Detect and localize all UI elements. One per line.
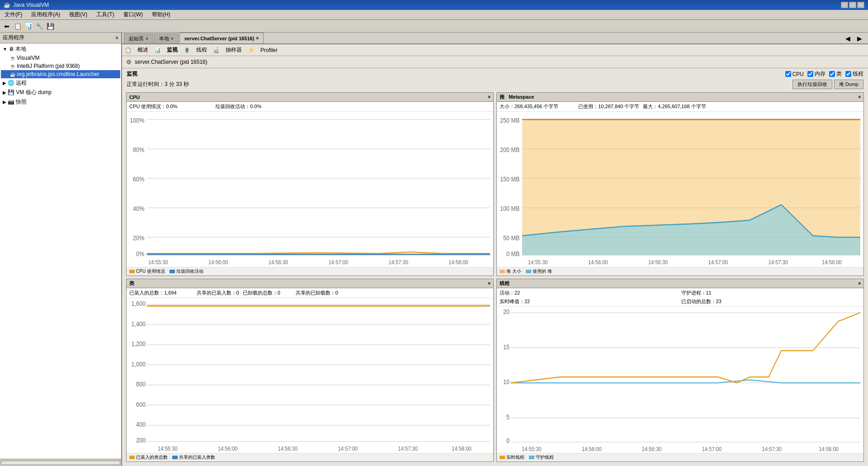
sub-tab-bar: 📋 概述 📊 监视 🧵 线程 🔬 抽样器 ⚡ Profiler bbox=[122, 44, 868, 56]
toolbar-btn-1[interactable]: ⬅ bbox=[2, 21, 12, 31]
cpu-chart-svg: 100% 80% 60% 40% 20% 0% bbox=[127, 112, 493, 267]
svg-text:1,600: 1,600 bbox=[132, 299, 146, 307]
menu-tools[interactable]: 工具(T) bbox=[94, 10, 117, 19]
tree-item-intellij[interactable]: ☕ IntelliJ Platform (pid 9368) bbox=[1, 62, 120, 70]
svg-text:14:55:30: 14:55:30 bbox=[522, 445, 542, 452]
menu-app[interactable]: 应用程序(A) bbox=[28, 10, 63, 19]
sub-tab-icon-threads: 🧵 bbox=[184, 47, 190, 53]
svg-text:14:56:00: 14:56:00 bbox=[218, 445, 238, 452]
tab-nav-right[interactable]: ▶ bbox=[854, 33, 864, 43]
sub-tab-monitor[interactable]: 监视 bbox=[162, 45, 183, 55]
classes-chart-legend: 已装入的类总数 共享的已装入类数 bbox=[127, 453, 493, 461]
threads-active-legend-color bbox=[500, 456, 505, 459]
title-bar: ☕ Java VisualVM – □ × bbox=[0, 0, 868, 10]
svg-text:250 MB: 250 MB bbox=[500, 116, 519, 124]
memory-checkbox[interactable] bbox=[807, 71, 813, 77]
threads-daemon-legend-item: 守护线程 bbox=[529, 454, 554, 461]
tree-item-launcher[interactable]: ☕ org.jetbrains.jps.cmdline.Launcher bbox=[1, 70, 120, 78]
tree-folder-icon: ▶ bbox=[3, 90, 6, 95]
menu-view[interactable]: 视图(V) bbox=[66, 10, 90, 19]
svg-text:0%: 0% bbox=[136, 249, 144, 257]
svg-text:14:57:30: 14:57:30 bbox=[398, 445, 418, 452]
tab-bar: 起始页 × 本地 × server.ChatServer (pid 16516)… bbox=[122, 33, 868, 44]
classes-shared-legend-color bbox=[172, 456, 178, 459]
tree-item-remote[interactable]: ▶ 🌐 远程 bbox=[1, 78, 120, 88]
monitoring-left: 监视 bbox=[127, 70, 137, 78]
svg-text:14:57:30: 14:57:30 bbox=[388, 259, 408, 266]
svg-text:60%: 60% bbox=[133, 175, 144, 183]
toolbar-btn-3[interactable]: 📊 bbox=[24, 21, 33, 31]
maximize-button[interactable]: □ bbox=[849, 2, 856, 8]
class-checkbox-label: 类 bbox=[836, 70, 842, 78]
threads-chart-close[interactable]: × bbox=[858, 281, 861, 286]
tree-item-coredump[interactable]: ▶ 💾 VM 核心 dump bbox=[1, 88, 120, 97]
thread-checkbox[interactable] bbox=[845, 71, 851, 77]
sub-tab-threads[interactable]: 线程 bbox=[191, 45, 212, 55]
classes-chart-close[interactable]: × bbox=[488, 281, 491, 286]
svg-text:0 MB: 0 MB bbox=[506, 249, 519, 257]
heap-chart-close[interactable]: × bbox=[858, 95, 861, 100]
tree-item-local-folder[interactable]: ▼ 🖥 本地 bbox=[1, 44, 120, 54]
classes-chart-stats: 已装入的总数：1,694 共享的已装入数：0 已卸载的总数：0 共享的已卸载数：… bbox=[127, 288, 493, 298]
sub-tab-profiler[interactable]: Profiler bbox=[255, 46, 283, 55]
menu-file[interactable]: 文件(F) bbox=[2, 10, 25, 19]
class-checkbox[interactable] bbox=[829, 71, 835, 77]
gc-activity-stat: 垃圾回收活动：0.0% bbox=[215, 103, 261, 110]
process-name: server.ChatServer (pid 16516) bbox=[135, 59, 208, 65]
process-status-indicator bbox=[127, 60, 131, 64]
menu-help[interactable]: 帮助(H) bbox=[149, 10, 173, 19]
app-icon: ☕ bbox=[4, 2, 10, 8]
uptime-and-buttons: 正常运行时间：3 分 33 秒 执行垃圾回收 堆 Dump bbox=[122, 80, 868, 91]
tree-item-snapshot[interactable]: ▶ 📷 快照 bbox=[1, 97, 120, 107]
svg-text:15: 15 bbox=[503, 343, 509, 350]
svg-text:14:56:30: 14:56:30 bbox=[269, 259, 288, 266]
tree-item-label: VisualVM bbox=[17, 55, 39, 61]
cpu-chart-panel: CPU × CPU 使用情况：0.0% 垃圾回收活动：0.0% 100% 80% bbox=[126, 92, 494, 276]
svg-text:14:57:00: 14:57:00 bbox=[338, 445, 358, 452]
sub-tab-sampler[interactable]: 抽样器 bbox=[221, 45, 247, 55]
svg-text:800: 800 bbox=[136, 380, 146, 388]
heap-dump-button[interactable]: 堆 Dump bbox=[834, 80, 863, 89]
heap-chart-title: 推 Metaspace bbox=[500, 94, 534, 100]
tab-local-close[interactable]: × bbox=[171, 36, 174, 41]
threads-active-legend-label: 实时线程 bbox=[506, 454, 524, 461]
svg-text:14:56:30: 14:56:30 bbox=[642, 445, 662, 452]
scrollbar-track[interactable] bbox=[1, 461, 120, 465]
cpu-chart-close[interactable]: × bbox=[488, 95, 491, 100]
tab-nav-buttons: ◀ ▶ bbox=[843, 33, 866, 43]
heap-size-legend-item: 堆 大小 bbox=[500, 268, 521, 275]
main-layout: 应用程序 × ▼ 🖥 本地 ☕ VisualVM ☕ IntelliJ Plat… bbox=[0, 33, 868, 466]
class-checkbox-group: 类 bbox=[829, 70, 842, 78]
toolbar-btn-5[interactable]: 💾 bbox=[45, 21, 55, 31]
tab-nav-left[interactable]: ◀ bbox=[843, 33, 853, 43]
left-panel-content: ▼ 🖥 本地 ☕ VisualVM ☕ IntelliJ Platform (p… bbox=[0, 43, 121, 459]
close-button[interactable]: × bbox=[857, 2, 864, 8]
minimize-button[interactable]: – bbox=[841, 2, 848, 8]
svg-text:50 MB: 50 MB bbox=[503, 234, 519, 242]
left-scrollbar[interactable] bbox=[0, 459, 121, 466]
tab-server[interactable]: server.ChatServer (pid 16516) × bbox=[179, 33, 264, 43]
heap-size-stat: 大小：268,435,456 个字节 bbox=[500, 103, 558, 110]
action-buttons: 执行垃圾回收 堆 Dump bbox=[793, 80, 863, 89]
tree-item-visualvm[interactable]: ☕ VisualVM bbox=[1, 54, 120, 62]
left-panel-close[interactable]: × bbox=[115, 35, 118, 41]
tab-local[interactable]: 本地 × bbox=[154, 33, 179, 43]
heap-used-legend-item: 使用的 堆 bbox=[526, 268, 552, 275]
tab-start-close[interactable]: × bbox=[146, 36, 148, 41]
memory-checkbox-label: 内存 bbox=[815, 70, 826, 78]
threads-chart-header: 线程 × bbox=[497, 279, 863, 288]
heap-size-legend-color bbox=[500, 270, 505, 273]
left-panel: 应用程序 × ▼ 🖥 本地 ☕ VisualVM ☕ IntelliJ Plat… bbox=[0, 33, 122, 466]
tab-start[interactable]: 起始页 × bbox=[124, 33, 153, 43]
gc-button[interactable]: 执行垃圾回收 bbox=[793, 80, 832, 89]
cpu-checkbox[interactable] bbox=[785, 71, 791, 77]
sub-tab-overview[interactable]: 概述 bbox=[132, 45, 153, 55]
classes-loaded-legend-item: 已装入的类总数 bbox=[129, 454, 168, 461]
menu-window[interactable]: 窗口(W) bbox=[121, 10, 146, 19]
toolbar-btn-2[interactable]: 📋 bbox=[13, 21, 23, 31]
svg-text:150 MB: 150 MB bbox=[500, 175, 519, 183]
tab-server-close[interactable]: × bbox=[256, 36, 259, 41]
toolbar-btn-4[interactable]: 🔧 bbox=[34, 21, 44, 31]
svg-text:14:58:00: 14:58:00 bbox=[452, 445, 472, 452]
gc-legend-item: 垃圾回收活动 bbox=[170, 268, 203, 275]
